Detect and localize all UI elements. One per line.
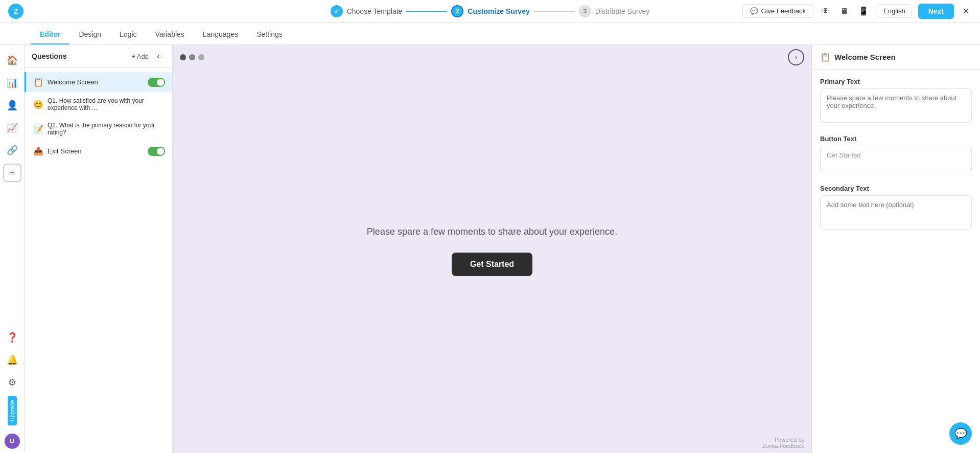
q-item-q2-left: 📝 Q2. What is the primary reason for you… (33, 122, 165, 136)
questions-header: Questions + Add ⇐ (25, 45, 172, 68)
preview-footer: Powered by Zonka Feedback (173, 433, 811, 453)
welcome-screen-icon: 📋 (33, 77, 43, 87)
preview-content: Please spare a few moments to share abou… (173, 70, 811, 433)
step1-circle: ✓ (331, 5, 343, 17)
secondary-text-group: Secondary Text (820, 185, 972, 232)
give-feedback-label: Give Feedback (761, 7, 806, 15)
step1-label: Choose Template (347, 7, 403, 15)
wizard-steps: ✓ Choose Template 2 Customize Survey 3 D… (331, 5, 650, 17)
primary-text-group: Primary Text (820, 78, 972, 125)
q2-label: Q2. What is the primary reason for your … (48, 122, 165, 136)
sidebar-settings-button[interactable]: ⚙ (3, 373, 21, 392)
step-customize-survey[interactable]: 2 Customize Survey (451, 5, 529, 17)
icon-sidebar: 🏠 📊 👤 📈 🔗 + ❓ 🔔 ⚙ Upgrade U (0, 45, 25, 453)
sidebar-integrations-button[interactable]: 🔗 (3, 141, 21, 160)
secondary-text-label: Secondary Text (820, 185, 972, 192)
sidebar-notifications-button[interactable]: 🔔 (3, 351, 21, 369)
feedback-icon: 💬 (750, 7, 758, 15)
collapse-panel-button[interactable]: ⇐ (155, 50, 165, 62)
step3-label: Distribute Survey (595, 7, 650, 15)
step2-label: Customize Survey (468, 7, 529, 15)
tab-design[interactable]: Design (69, 25, 110, 44)
questions-list: 📋 Welcome Screen 😊 Q1. How satisfied are… (25, 68, 172, 453)
logo-area: Z (8, 4, 24, 19)
q2-icon: 📝 (33, 124, 43, 134)
exit-screen-label: Exit Screen (48, 147, 81, 155)
list-item[interactable]: 😊 Q1. How satisfied are you with your ex… (25, 92, 172, 117)
step-line-2 (534, 11, 575, 12)
next-button[interactable]: Next (918, 4, 954, 19)
language-label: English (883, 7, 905, 15)
tab-settings[interactable]: Settings (247, 25, 292, 44)
get-started-button[interactable]: Get Started (452, 253, 532, 276)
preview-main-text: Please spare a few moments to share abou… (367, 227, 617, 237)
footer-brand-text: Zonka Feedback (762, 443, 804, 449)
sidebar-home-button[interactable]: 🏠 (3, 51, 21, 70)
right-panel-body: Primary Text Button Text Get Started Sec… (812, 70, 980, 453)
q-item-exit-left: 📤 Exit Screen (33, 146, 144, 156)
step3-circle: 3 (579, 5, 591, 17)
dot-2 (189, 54, 195, 60)
q-item-q1-left: 😊 Q1. How satisfied are you with your ex… (33, 97, 165, 111)
q-item-welcome-left: 📋 Welcome Screen (33, 77, 144, 87)
close-button[interactable]: ✕ (960, 4, 972, 19)
tab-editor[interactable]: Editor (31, 25, 69, 44)
preview-toolbar: › (173, 45, 811, 70)
right-panel-header-icon: 📋 (820, 52, 830, 62)
toggle-knob (157, 79, 164, 86)
primary-text-label: Primary Text (820, 78, 972, 85)
sidebar-contacts-button[interactable]: 👤 (3, 96, 21, 115)
give-feedback-button[interactable]: 💬 Give Feedback (742, 4, 813, 18)
secondary-text-input[interactable] (820, 195, 972, 230)
right-panel: 📋 Welcome Screen Primary Text Button Tex… (811, 45, 980, 453)
sidebar-help-button[interactable]: ❓ (3, 328, 21, 347)
primary-text-input[interactable] (820, 88, 972, 123)
questions-title: Questions (32, 52, 66, 60)
q1-label: Q1. How satisfied are you with your expe… (48, 97, 165, 111)
list-item[interactable]: 📤 Exit Screen (25, 141, 172, 161)
list-item[interactable]: 📋 Welcome Screen (25, 72, 172, 92)
secondary-nav: Editor Design Logic Variables Languages … (0, 22, 980, 45)
main-layout: 🏠 📊 👤 📈 🔗 + ❓ 🔔 ⚙ Upgrade U Questions + … (0, 45, 980, 453)
tab-logic[interactable]: Logic (110, 25, 146, 44)
exit-screen-icon: 📤 (33, 146, 43, 156)
welcome-screen-label: Welcome Screen (48, 78, 98, 86)
step-line-1 (406, 11, 447, 12)
q1-icon: 😊 (33, 100, 43, 109)
right-panel-title: Welcome Screen (834, 53, 896, 61)
preview-desktop-button[interactable]: 👁 (820, 5, 832, 18)
preview-mobile-button[interactable]: 📱 (856, 4, 871, 18)
tab-languages[interactable]: Languages (194, 25, 247, 44)
button-text-group: Button Text Get Started (820, 135, 972, 174)
step-choose-template[interactable]: ✓ Choose Template (331, 5, 403, 17)
language-button[interactable]: English (877, 4, 912, 18)
footer-powered-text: Powered by (775, 437, 804, 443)
preview-area: › Please spare a few moments to share ab… (173, 45, 811, 453)
questions-panel: Questions + Add ⇐ 📋 Welcome Screen � (25, 45, 173, 453)
button-text-input[interactable]: Get Started (820, 146, 972, 172)
chat-bubble-button[interactable]: 💬 (949, 422, 972, 445)
toggle-knob-exit (157, 148, 164, 155)
upgrade-label[interactable]: Upgrade (8, 396, 17, 425)
top-bar: Z ✓ Choose Template 2 Customize Survey 3… (0, 0, 980, 22)
welcome-screen-toggle[interactable] (148, 78, 165, 87)
step-distribute-survey[interactable]: 3 Distribute Survey (579, 5, 650, 17)
exit-screen-toggle[interactable] (148, 147, 165, 156)
step2-circle: 2 (451, 5, 463, 17)
preview-desktop-icon-button[interactable]: 🖥 (838, 5, 850, 18)
list-item[interactable]: 📝 Q2. What is the primary reason for you… (25, 117, 172, 141)
logo: Z (8, 4, 24, 19)
add-question-button[interactable]: + Add (131, 53, 149, 60)
preview-dots (180, 54, 204, 60)
sidebar-add-button[interactable]: + (3, 164, 21, 182)
sidebar-reports-button[interactable]: 📈 (3, 119, 21, 137)
dot-1 (180, 54, 186, 60)
tab-variables[interactable]: Variables (146, 25, 194, 44)
preview-next-button[interactable]: › (788, 49, 804, 65)
button-text-label: Button Text (820, 135, 972, 143)
user-avatar[interactable]: U (5, 434, 20, 449)
sidebar-survey-button[interactable]: 📊 (3, 74, 21, 92)
dot-3 (198, 54, 204, 60)
top-bar-actions: 💬 Give Feedback 👁 🖥 📱 English Next ✕ (742, 4, 972, 19)
right-panel-header: 📋 Welcome Screen (812, 45, 980, 70)
